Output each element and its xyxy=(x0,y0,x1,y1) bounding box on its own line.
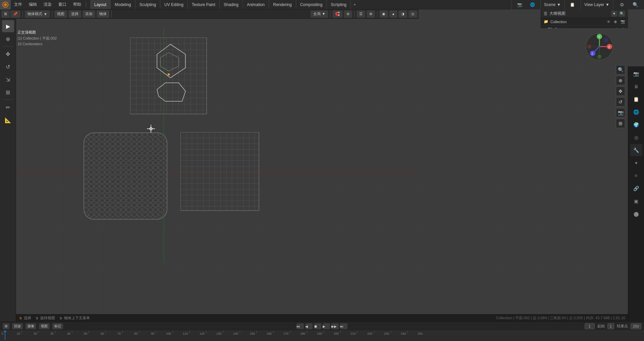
viewport-shading-render[interactable]: ◎ xyxy=(409,10,417,18)
camera-view-btn[interactable]: 📷 xyxy=(616,108,625,117)
stop-btn[interactable]: ⏹ xyxy=(314,323,321,329)
marker-menu[interactable]: 标记 xyxy=(52,323,63,329)
frame-start-value[interactable]: 1 xyxy=(607,323,614,329)
menu-edit[interactable]: 编辑 xyxy=(25,0,40,9)
dolly-btn[interactable]: ⊕ xyxy=(616,76,625,85)
svg-text:250: 250 xyxy=(418,332,423,335)
jump-end-btn[interactable]: ⏭ xyxy=(340,323,347,329)
tab-texture-paint[interactable]: Texture Paint xyxy=(188,0,220,9)
menu-help[interactable]: 帮助 xyxy=(70,0,85,9)
menu-window[interactable]: 窗口 xyxy=(55,0,70,9)
props-object-icon[interactable]: ◎ xyxy=(630,131,642,144)
tool-select-box[interactable]: ▶ xyxy=(2,20,14,32)
grid-btn[interactable]: ⊞ xyxy=(616,119,625,128)
menu-file[interactable]: 文件 xyxy=(11,0,25,9)
outliner-search[interactable]: 🔍 xyxy=(619,11,625,17)
tab-uv-editing[interactable]: UV Editing xyxy=(160,0,188,9)
main-viewport[interactable]: 正交顶视图 (1) Collection | 平面.002 10 Centime… xyxy=(16,28,628,322)
proportional-edit[interactable]: ⊚ xyxy=(344,10,352,18)
playback-menu[interactable]: 回放 xyxy=(12,323,23,329)
overlay-btn[interactable]: ☰ xyxy=(357,10,365,18)
mode-selector[interactable]: 物体模式 ▼ xyxy=(25,10,50,18)
props-physics-icon[interactable]: ⚛ xyxy=(630,170,642,182)
camera-menu[interactable]: 摄像 xyxy=(25,323,36,329)
viewport-shading-solid[interactable]: ● xyxy=(389,10,397,18)
tool-scale[interactable]: ⇲ xyxy=(2,73,14,86)
props-object-data-icon[interactable]: ▣ xyxy=(630,195,642,207)
tool-transform[interactable]: ⊞ xyxy=(2,86,14,98)
tool-annotate[interactable]: ✏ xyxy=(2,101,14,113)
outliner-viewport-icon[interactable]: ◉ xyxy=(614,19,617,24)
render-icon[interactable]: 📷 xyxy=(514,0,526,11)
context-menu-icon: 🖱 xyxy=(59,316,63,320)
step-back-btn[interactable]: ◀ xyxy=(305,323,313,329)
view-layer-icon[interactable]: 📋 xyxy=(567,0,579,11)
search-icon[interactable]: 🔍 xyxy=(629,0,641,11)
gizmo-btn[interactable]: ⊕ xyxy=(367,10,375,18)
svg-text:200: 200 xyxy=(334,332,339,335)
svg-text:180: 180 xyxy=(300,332,305,335)
play-btn[interactable]: ▶ xyxy=(323,323,330,329)
svg-text:70: 70 xyxy=(117,332,121,335)
tab-compositing[interactable]: Compositing xyxy=(296,0,327,9)
tab-animation[interactable]: Animation xyxy=(243,0,269,9)
props-material-icon[interactable]: ⬤ xyxy=(630,208,642,220)
scene-selector[interactable]: Scene ▼ xyxy=(540,0,564,9)
tab-modeling[interactable]: Modeling xyxy=(111,0,136,9)
tab-rendering[interactable]: Rendering xyxy=(269,0,296,9)
tab-scripting[interactable]: Scripting xyxy=(327,0,351,9)
props-particles-icon[interactable]: ✦ xyxy=(630,157,642,169)
current-frame-display[interactable]: 1 xyxy=(585,323,595,329)
add-workspace-tab[interactable]: + xyxy=(351,0,359,9)
tab-sculpting[interactable]: Sculpting xyxy=(136,0,160,9)
tab-layout[interactable]: Layout xyxy=(90,0,111,9)
svg-text:Y: Y xyxy=(598,35,600,39)
view-menu[interactable]: 视图 xyxy=(54,10,67,18)
tool-move[interactable]: ✥ xyxy=(2,48,14,60)
snap-btn[interactable]: 🧲 xyxy=(332,10,342,18)
jump-start-btn[interactable]: ⏮ xyxy=(297,323,304,329)
props-render-icon[interactable]: 📷 xyxy=(630,68,642,80)
props-constraints-icon[interactable]: 🔗 xyxy=(630,182,642,194)
zoom-btn[interactable]: 🔍 xyxy=(616,65,625,74)
tool-cursor[interactable]: ⊕ xyxy=(2,33,14,45)
object-menu[interactable]: 物体 xyxy=(97,10,109,18)
props-output-icon[interactable]: 🖥 xyxy=(630,80,642,93)
frame-end-value[interactable]: 250 xyxy=(631,323,641,329)
props-scene-icon[interactable]: 🌐 xyxy=(630,106,642,118)
menu-render[interactable]: 渲染 xyxy=(40,0,55,9)
rotate-label: 旋转视图 xyxy=(40,316,55,321)
pin-btn[interactable]: 📌 xyxy=(10,10,20,18)
view-layer-selector[interactable]: View Layer ▼ xyxy=(581,0,613,9)
timeline-type-btn[interactable]: ⊞ xyxy=(3,323,9,329)
timeline-ruler[interactable]: 0 10 20 30 40 50 60 70 80 90 1 xyxy=(0,331,644,341)
svg-text:X: X xyxy=(608,45,610,49)
scene-icon[interactable]: 🌐 xyxy=(526,0,538,11)
add-menu[interactable]: 添加 xyxy=(83,10,95,18)
props-modifier-icon[interactable]: 🔧 xyxy=(630,144,642,156)
select-menu[interactable]: 选择 xyxy=(68,10,81,18)
outliner-eye-icon[interactable]: 👁 xyxy=(607,20,610,24)
settings-icon[interactable]: ⚙ xyxy=(616,0,628,11)
viewport-shading-lookdev[interactable]: ◑ xyxy=(398,10,407,18)
svg-text:160: 160 xyxy=(267,332,272,335)
tab-shading[interactable]: Shading xyxy=(220,0,243,9)
app-logo xyxy=(0,0,11,9)
navigation-gizmo[interactable]: X Y Z xyxy=(584,32,618,65)
tool-measure[interactable]: 📐 xyxy=(2,114,14,126)
editor-type-btn[interactable]: ⊞ xyxy=(1,10,10,18)
view-menu[interactable]: 视图 xyxy=(39,323,50,329)
pan-btn[interactable]: ✥ xyxy=(616,87,625,96)
outliner-item-collection[interactable]: 📁 Collection 👁 ◉ 📷 xyxy=(541,18,628,25)
props-view-layer-icon[interactable]: 📋 xyxy=(630,93,642,105)
tool-rotate[interactable]: ↺ xyxy=(2,61,14,73)
orbit-btn[interactable]: ↺ xyxy=(616,97,625,107)
global-local-toggle[interactable]: 全局 ▼ xyxy=(311,10,328,18)
bottom-right-plane-object xyxy=(180,132,258,209)
step-fwd-btn[interactable]: ▶▶ xyxy=(331,323,339,329)
outliner-filter[interactable]: ▼ xyxy=(611,11,617,17)
outliner-render-icon[interactable]: 📷 xyxy=(621,19,625,24)
viewport-shading-wire[interactable]: ◉ xyxy=(379,10,388,18)
left-toolbar: ▶ ⊕ ✥ ↺ ⇲ ⊞ ✏ 📐 xyxy=(0,19,16,331)
props-world-icon[interactable]: 🌍 xyxy=(630,119,642,131)
